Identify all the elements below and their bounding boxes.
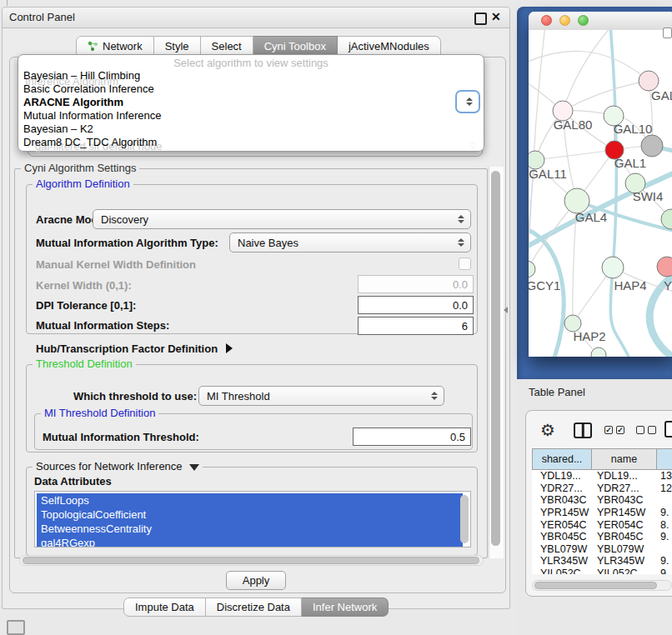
table-row[interactable]: YLR345WYLR345W9. [532,555,672,568]
tab-infer-network[interactable]: Infer Network [302,598,389,617]
cell: YBR043C [592,494,657,506]
dropdown-placeholder: Select algorithm to view settings [18,57,484,69]
select-all-checkbox-icon[interactable]: ✓ [616,426,624,434]
hub-definition-label: Hub/Transcription Factor Definition [36,342,218,355]
network-icon [88,41,98,52]
table-hscrollbar-thumb[interactable] [534,582,657,589]
cell: YBL079W [592,543,657,555]
cell: 13 [657,470,672,482]
sources-legend-label: Sources for Network Inference [36,460,183,472]
network-overlay-icon[interactable] [663,28,672,38]
stepper-arrows-icon [458,238,464,247]
column-header-clipped[interactable] [657,448,672,470]
which-threshold-combo[interactable]: MI Threshold [198,386,444,406]
mi-steps-field[interactable]: 6 [358,317,474,335]
mi-algorithm-type-combo[interactable]: Naive Bayes [229,232,471,252]
select-all-checkbox-icon[interactable]: ✓ [604,426,613,434]
cell: 12 [657,482,672,494]
dropdown-item[interactable]: Bayesian – Hill Climbing [18,69,484,82]
close-traffic-light-icon[interactable] [541,15,552,26]
table-row[interactable]: YPR145WYPR145W9. [532,507,672,519]
column-header-name[interactable]: name [592,448,657,470]
tab-network[interactable]: Network [76,36,154,56]
tab-jactivemnodules[interactable]: jActiveMNodules [338,36,441,56]
dropdown-item-selected[interactable]: ARACNE Algorithm [18,96,484,109]
float-window-icon[interactable] [474,12,487,25]
table-row[interactable]: YDL19...YDL19...13 [532,470,672,482]
which-threshold-label: Which threshold to use: [73,390,197,402]
tab-discretize-data[interactable]: Discretize Data [206,598,302,617]
attribute-item-selected[interactable]: TopologicalCoefficient [37,508,463,522]
node-label: GAL [651,88,672,102]
aracne-mode-value: Discovery [101,213,148,226]
sources-legend[interactable]: Sources for Network Inference [33,461,203,472]
table-row[interactable]: YIL052CYIL052C9 [532,568,672,574]
attributes-scrollbar-thumb[interactable] [460,495,469,543]
minimized-panel-icon[interactable] [7,620,25,635]
table-row[interactable]: YBL079WYBL079W [532,543,672,556]
cell: 9. [657,555,669,567]
tab-style[interactable]: Style [154,36,201,56]
manual-kernel-width-label: Manual Kernel Width Definition [36,258,196,271]
tab-label: Network [103,40,143,52]
dropdown-item[interactable]: Basic Correlation Inference [18,82,484,96]
table-row[interactable]: YER054CYER054C8. [532,518,672,531]
mi-algorithm-type-label: Mutual Information Algorithm Type: [36,237,218,249]
export-table-icon[interactable] [664,421,672,438]
hub-definition-expander[interactable]: Hub/Transcription Factor Definition [36,341,233,356]
network-view-window[interactable]: GAL GAL80 GAL10 GAL1 GAL11 SWI4 GAL4 GCY… [529,12,672,357]
collapse-down-icon [189,464,199,471]
tab-label: jActiveMNodules [349,40,429,52]
close-icon[interactable]: ✕ [491,10,501,23]
cell: YBL079W [532,543,592,555]
splitter-collapse-icon[interactable] [504,307,508,313]
settings-hscrollbar-thumb[interactable] [23,557,479,564]
table-row[interactable]: YBR043CYBR043C [532,494,672,507]
table-row[interactable]: YBR045CYBR045C9. [532,531,672,543]
dropdown-item[interactable]: Mutual Information Inference [18,109,484,122]
node-gray [641,135,663,157]
manual-kernel-width-checkbox[interactable] [459,258,471,270]
control-panel-tabbar: Network Style Select Cyni Toolbox jActiv… [76,36,441,56]
aracne-mode-combo[interactable]: Discovery [93,209,471,229]
settings-scrollbar-thumb[interactable] [491,171,500,546]
deselect-all-checkbox-icon[interactable] [636,426,644,434]
mi-threshold-field[interactable]: 0.5 [353,428,471,446]
table-header-row: shared... name [532,448,672,470]
attribute-item-selected[interactable]: gal4RGexp [37,536,463,548]
gear-icon[interactable]: ⚙ [540,422,555,438]
column-layout-icon[interactable] [574,422,592,438]
control-panel-window: Control Panel ✕ Network Style Select Cyn… [2,7,510,609]
kernel-width-field[interactable]: 0.0 [358,275,474,293]
cell: YPR145W [592,507,657,518]
node-label: HAP4 [614,278,646,292]
dropdown-item[interactable]: Bayesian – K2 [18,122,484,136]
tab-impute-data[interactable]: Impute Data [123,598,206,617]
network-canvas[interactable]: GAL GAL80 GAL10 GAL1 GAL11 SWI4 GAL4 GCY… [529,30,672,357]
minimize-traffic-light-icon[interactable] [559,15,570,26]
attribute-item-selected[interactable]: SelfLoops [37,493,463,508]
control-panel-titlebar: Control Panel ✕ [3,8,509,28]
data-attributes-list: SelfLoops TopologicalCoefficient Between… [34,491,471,548]
tab-select[interactable]: Select [201,36,253,56]
apply-button[interactable]: Apply [226,571,286,590]
cell: YBR043C [532,494,592,506]
dpi-tolerance-field[interactable]: 0.0 [358,296,474,314]
table-row[interactable]: YDR27...YDR27...12 [532,482,672,495]
cell: YLR345W [532,555,592,567]
network-graph: GAL GAL80 GAL10 GAL1 GAL11 SWI4 GAL4 GCY… [529,30,672,357]
attribute-item-selected[interactable]: BetweennessCentrality [37,522,463,536]
tab-label: Cyni Toolbox [264,40,326,52]
network-window-titlebar[interactable] [529,12,672,31]
zoom-traffic-light-icon[interactable] [578,15,589,26]
cell: YER054C [592,519,657,531]
table-panel-title: Table Panel [529,386,585,398]
tab-cyni-toolbox[interactable]: Cyni Toolbox [253,36,338,56]
mi-algorithm-type-value: Naive Bayes [238,237,298,249]
cell: YDL19... [592,470,657,482]
dropdown-item[interactable]: Dream8 DC_TDC Algorithm [18,136,484,149]
deselect-all-checkbox-icon[interactable] [648,426,656,434]
window-edge-tick [7,0,8,6]
column-header-sharedname[interactable]: shared... [532,448,592,470]
node-label: GAL4 [575,210,607,224]
